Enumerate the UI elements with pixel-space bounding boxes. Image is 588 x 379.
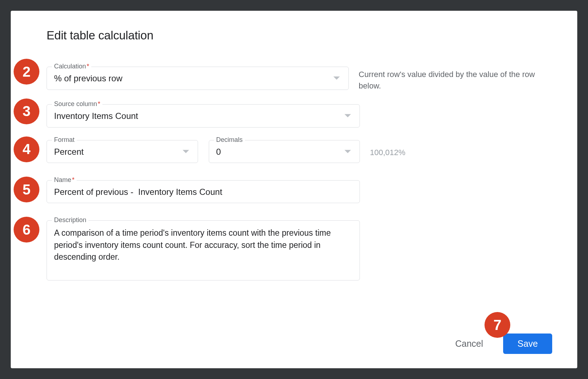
edit-table-calculation-dialog: Edit table calculation 2 Calculation* % … bbox=[11, 11, 577, 368]
source-column-row: 3 Source column* Inventory Items Count bbox=[47, 104, 552, 128]
source-column-select[interactable]: Source column* Inventory Items Count bbox=[47, 104, 360, 128]
description-row: 6 Description A comparison of a time per… bbox=[47, 220, 552, 280]
dialog-actions: 7 Cancel Save bbox=[455, 334, 552, 354]
calculation-hint: Current row's value divided by the value… bbox=[359, 67, 552, 92]
chevron-down-icon bbox=[183, 150, 189, 153]
dialog-title: Edit table calculation bbox=[47, 29, 552, 42]
decimals-value: 0 bbox=[216, 147, 353, 157]
description-textarea[interactable]: A comparison of a time period's inventor… bbox=[54, 227, 352, 263]
calculation-select[interactable]: Calculation* % of previous row bbox=[47, 67, 349, 90]
decimals-select[interactable]: Decimals 0 bbox=[209, 140, 360, 163]
calculation-row: 2 Calculation* % of previous row Current… bbox=[47, 67, 552, 92]
format-label: Format bbox=[52, 136, 77, 144]
annotation-badge-4: 4 bbox=[14, 136, 39, 162]
source-column-label: Source column* bbox=[52, 100, 102, 108]
annotation-badge-6: 6 bbox=[14, 217, 39, 243]
cancel-button[interactable]: Cancel bbox=[455, 339, 483, 349]
source-column-value: Inventory Items Count bbox=[54, 111, 352, 121]
calculation-label: Calculation* bbox=[52, 63, 91, 70]
annotation-badge-3: 3 bbox=[14, 99, 39, 124]
format-select[interactable]: Format Percent bbox=[47, 140, 198, 163]
save-button[interactable]: Save bbox=[503, 334, 552, 354]
chevron-down-icon bbox=[344, 114, 351, 117]
chevron-down-icon bbox=[333, 77, 340, 80]
format-preview: 100,012% bbox=[370, 146, 405, 157]
description-label: Description bbox=[52, 216, 88, 224]
calculation-value: % of previous row bbox=[54, 73, 341, 84]
name-label: Name* bbox=[52, 176, 77, 184]
annotation-badge-7: 7 bbox=[485, 312, 510, 338]
name-row: 5 Name* bbox=[47, 180, 552, 203]
format-row: 4 Format Percent Decimals 0 100,012% bbox=[47, 140, 552, 163]
format-value: Percent bbox=[54, 147, 191, 157]
annotation-badge-2: 2 bbox=[14, 59, 39, 85]
name-input-container: Name* bbox=[47, 180, 360, 203]
description-input-container[interactable]: Description A comparison of a time perio… bbox=[47, 220, 360, 280]
decimals-label: Decimals bbox=[214, 136, 245, 144]
annotation-badge-5: 5 bbox=[14, 177, 39, 202]
chevron-down-icon bbox=[344, 150, 351, 153]
name-input[interactable] bbox=[54, 187, 352, 197]
